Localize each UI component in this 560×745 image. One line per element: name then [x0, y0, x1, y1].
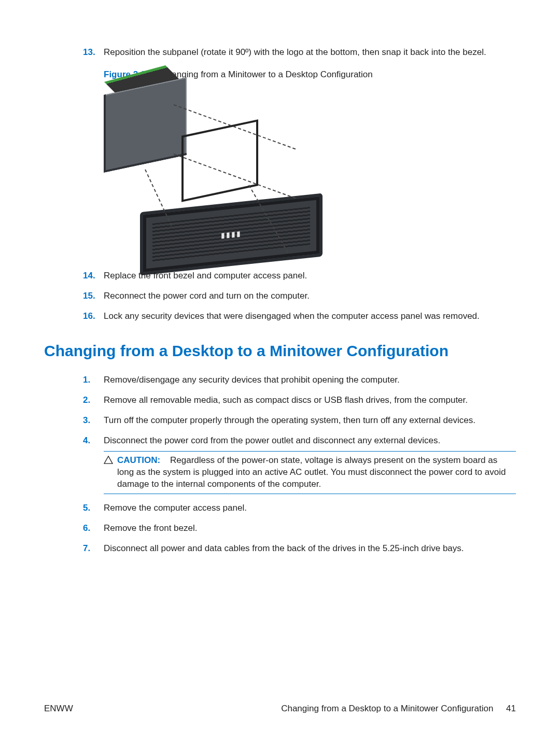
- caution-box: CAUTION: Regardless of the power-on stat…: [104, 451, 516, 494]
- list-item: 3. Turn off the computer properly throug…: [83, 415, 516, 427]
- footer-right: Changing from a Desktop to a Minitower C…: [281, 704, 516, 714]
- step-text: Reconnect the power cord and turn on the…: [104, 291, 310, 301]
- step-text: Disconnect all power and data cables fro…: [104, 543, 464, 553]
- list-item: 4. Disconnect the power cord from the po…: [83, 435, 516, 494]
- step-text: Remove all removable media, such as comp…: [104, 395, 468, 405]
- list-item: 2. Remove all removable media, such as c…: [83, 395, 516, 406]
- step-text: Lock any security devices that were dise…: [104, 311, 480, 321]
- step-number: 4.: [83, 435, 90, 447]
- footer-left: ENWW: [44, 704, 73, 714]
- page-body: 13. Reposition the subpanel (rotate it 9…: [44, 47, 516, 555]
- list-item: 16. Lock any security devices that were …: [83, 311, 516, 322]
- step-text: Reposition the subpanel (rotate it 90º) …: [104, 47, 486, 57]
- step-number: 13.: [83, 47, 95, 59]
- caution-text: Regardless of the power-on state, voltag…: [117, 455, 506, 489]
- list-item: 15. Reconnect the power cord and turn on…: [83, 290, 516, 302]
- list-item: 7. Disconnect all power and data cables …: [83, 543, 516, 555]
- caution-label: CAUTION:: [117, 455, 160, 465]
- continued-steps-list: 13. Reposition the subpanel (rotate it 9…: [44, 47, 516, 322]
- step-text: Replace the front bezel and computer acc…: [104, 271, 307, 280]
- document-page: 13. Reposition the subpanel (rotate it 9…: [0, 0, 560, 745]
- list-item: 1. Remove/disengage any security devices…: [83, 374, 516, 386]
- step-number: 7.: [83, 543, 90, 555]
- footer-title: Changing from a Desktop to a Minitower C…: [281, 704, 493, 713]
- step-number: 6.: [83, 523, 90, 535]
- figure-image: ▮▮▮▮: [104, 86, 319, 260]
- page-footer: ENWW Changing from a Desktop to a Minito…: [44, 704, 516, 714]
- step-number: 15.: [83, 290, 95, 302]
- svg-marker-0: [104, 456, 113, 463]
- list-item: 13. Reposition the subpanel (rotate it 9…: [83, 47, 516, 260]
- step-number: 3.: [83, 415, 90, 427]
- new-steps-list: 1. Remove/disengage any security devices…: [44, 374, 516, 554]
- list-item: 14. Replace the front bezel and computer…: [83, 270, 516, 282]
- page-number: 41: [506, 704, 516, 714]
- step-number: 5.: [83, 502, 90, 514]
- step-number: 14.: [83, 270, 95, 282]
- step-text: Remove the front bezel.: [104, 523, 197, 533]
- step-text: Remove the computer access panel.: [104, 503, 247, 513]
- section-heading: Changing from a Desktop to a Minitower C…: [44, 341, 516, 362]
- step-text: Disconnect the power cord from the power…: [104, 435, 440, 445]
- list-item: 5. Remove the computer access panel.: [83, 502, 516, 514]
- step-number: 1.: [83, 374, 90, 386]
- caution-icon: [104, 456, 113, 464]
- list-item: 6. Remove the front bezel.: [83, 523, 516, 535]
- step-number: 16.: [83, 311, 95, 322]
- step-number: 2.: [83, 395, 90, 406]
- figure-caption-text: Changing from a Minitower to a Desktop C…: [161, 69, 373, 79]
- step-text: Turn off the computer properly through t…: [104, 415, 475, 425]
- step-text: Remove/disengage any security devices th…: [104, 375, 400, 385]
